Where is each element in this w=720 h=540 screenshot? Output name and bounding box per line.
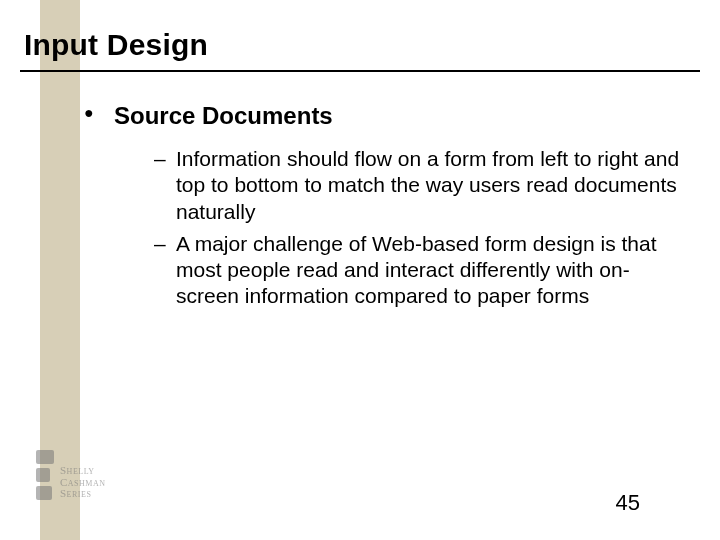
series-logo: Shelly Cashman Series (36, 450, 106, 500)
slide-title: Input Design (24, 28, 680, 62)
bullet-label: Source Documents (114, 102, 333, 129)
slide-content: Input Design Source Documents Informatio… (0, 0, 720, 310)
logo-text: Shelly Cashman Series (60, 465, 106, 500)
logo-bars-icon (36, 450, 54, 500)
sub-bullet-list: Information should flow on a form from l… (24, 146, 680, 310)
sub-bullet-item: Information should flow on a form from l… (154, 146, 680, 225)
bullet-item: Source Documents (84, 102, 680, 130)
title-underline (20, 70, 700, 72)
bullet-list: Source Documents (24, 102, 680, 130)
logo-line: Series (60, 488, 106, 500)
sub-bullet-item: A major challenge of Web-based form desi… (154, 231, 680, 310)
sub-bullet-text: Information should flow on a form from l… (176, 147, 679, 223)
page-number: 45 (616, 490, 640, 516)
sub-bullet-text: A major challenge of Web-based form desi… (176, 232, 657, 308)
